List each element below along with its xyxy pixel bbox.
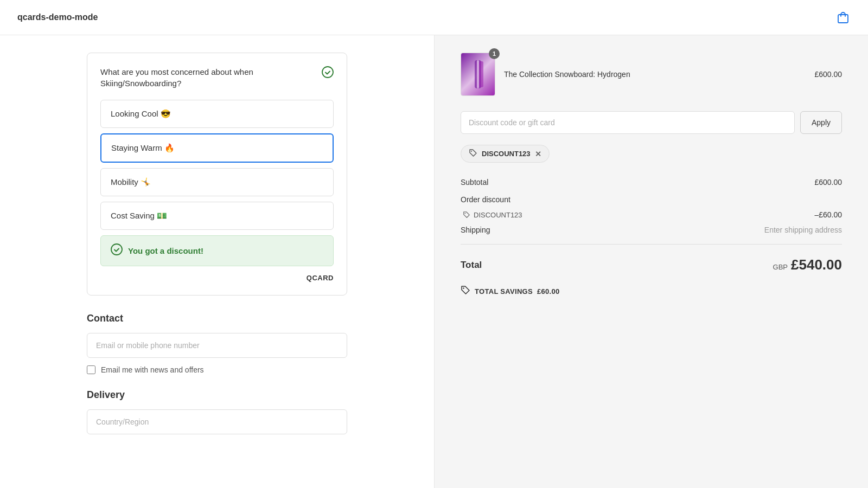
svg-rect-4 (477, 60, 479, 88)
savings-amount: £60.00 (537, 287, 560, 296)
svg-point-6 (471, 151, 472, 152)
subtotal-value: £600.00 (814, 178, 842, 187)
svg-rect-5 (479, 61, 483, 87)
discount-banner-text: You got a discount! (128, 246, 203, 255)
apply-discount-button[interactable]: Apply (800, 111, 842, 134)
product-info: 1 The Collection Snowboard: Hydrogen (461, 53, 630, 96)
survey-options: Looking Cool 😎 Staying Warm 🔥 Mobility 🤸… (100, 100, 334, 230)
qcard-brand: QCARD (100, 274, 334, 282)
discount-success-banner: You got a discount! (100, 235, 334, 266)
order-discount-line: Order discount (461, 191, 842, 208)
svg-rect-0 (838, 15, 848, 23)
delivery-section: Delivery (87, 389, 347, 434)
savings-row: TOTAL SAVINGS £60.00 (461, 280, 842, 303)
site-header: qcards-demo-mode (0, 0, 868, 35)
savings-label: TOTAL SAVINGS (475, 287, 533, 296)
country-input[interactable] (87, 409, 347, 434)
product-price: £600.00 (814, 70, 842, 79)
order-summary-lines: Subtotal £600.00 Order discount DISCOUNT… (461, 174, 842, 239)
remove-discount-button[interactable]: ✕ (535, 150, 541, 158)
product-quantity-badge: 1 (489, 48, 500, 59)
survey-complete-check (322, 66, 334, 81)
discount-value: –£60.00 (814, 210, 842, 219)
delivery-title: Delivery (87, 389, 347, 401)
contact-section: Contact Email me with news and offers (87, 313, 347, 374)
discount-code-row: Apply (461, 111, 842, 134)
applied-code-label: DISCOUNT123 (482, 150, 531, 158)
total-amount: £540.00 (791, 256, 842, 273)
savings-tag-icon (461, 285, 470, 297)
site-logo: qcards-demo-mode (17, 12, 98, 22)
discount-tag-icon (469, 149, 477, 159)
subtotal-line: Subtotal £600.00 (461, 174, 842, 191)
total-label: Total (461, 260, 482, 271)
svg-point-1 (322, 67, 333, 78)
product-row: 1 The Collection Snowboard: Hydrogen £60… (461, 53, 842, 96)
discount-code-label: DISCOUNT123 (461, 211, 522, 219)
newsletter-row: Email me with news and offers (87, 365, 347, 374)
contact-title: Contact (87, 313, 347, 324)
total-value-group: GBP £540.00 (773, 256, 842, 273)
subtotal-label: Subtotal (461, 178, 488, 187)
svg-point-8 (463, 287, 464, 288)
product-image (461, 53, 495, 96)
shipping-label: Shipping (461, 226, 490, 234)
discount-check-icon (111, 243, 123, 258)
product-image-wrap: 1 (461, 53, 495, 96)
option-staying-warm[interactable]: Staying Warm 🔥 (100, 133, 334, 163)
svg-point-7 (465, 213, 466, 214)
left-panel: What are you most concerned about when S… (0, 35, 434, 488)
newsletter-checkbox[interactable] (87, 365, 95, 374)
right-panel: 1 The Collection Snowboard: Hydrogen £60… (434, 35, 868, 488)
newsletter-label: Email me with news and offers (101, 365, 204, 374)
product-name: The Collection Snowboard: Hydrogen (504, 70, 630, 79)
main-layout: What are you most concerned about when S… (0, 35, 868, 488)
survey-question: What are you most concerned about when S… (100, 66, 310, 89)
discount-code-input[interactable] (461, 111, 795, 134)
option-cost-saving[interactable]: Cost Saving 💵 (100, 202, 334, 230)
survey-question-header: What are you most concerned about when S… (100, 66, 334, 89)
order-discount-label: Order discount (461, 195, 510, 204)
svg-point-2 (111, 244, 122, 255)
cart-icon[interactable] (835, 10, 851, 25)
discount-code-line: DISCOUNT123 –£60.00 (461, 208, 842, 221)
survey-card: What are you most concerned about when S… (87, 53, 347, 296)
shipping-line: Shipping Enter shipping address (461, 221, 842, 239)
total-currency: GBP (773, 263, 788, 271)
email-input[interactable] (87, 333, 347, 358)
total-divider (461, 244, 842, 245)
option-looking-cool[interactable]: Looking Cool 😎 (100, 100, 334, 128)
option-mobility[interactable]: Mobility 🤸 (100, 168, 334, 196)
applied-discount-tag: DISCOUNT123 ✕ (461, 145, 842, 174)
total-row: Total GBP £540.00 (461, 250, 842, 280)
shipping-value: Enter shipping address (764, 226, 842, 234)
